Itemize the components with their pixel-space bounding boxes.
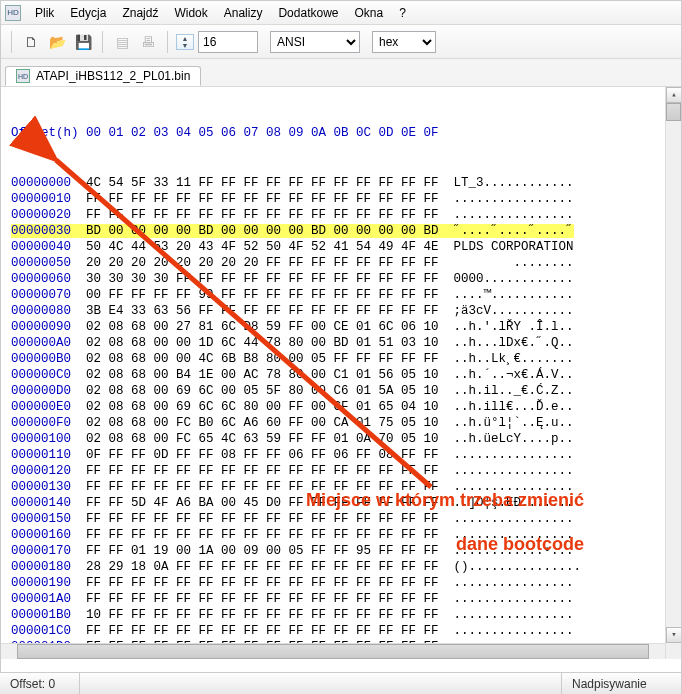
toolbar: 🗋 📂 💾 ▤ 🖶 ▲▼ ANSI hex	[1, 25, 681, 59]
menu-znajdź[interactable]: Znajdź	[114, 4, 166, 22]
hex-row[interactable]: 00000170 FF FF 01 19 00 1A 00 09 00 05 F…	[11, 543, 671, 559]
scrollbar-vertical[interactable]: ▴ ▾	[665, 87, 681, 659]
scroll-up-icon[interactable]: ▴	[666, 87, 681, 103]
scroll-thumb[interactable]	[17, 644, 649, 659]
hex-row[interactable]: 000000D0 02 08 68 00 69 6C 00 05 5F 80 0…	[11, 383, 671, 399]
hex-row[interactable]: 00000000 4C 54 5F 33 11 FF FF FF FF FF F…	[11, 175, 671, 191]
scroll-down-icon[interactable]: ▾	[666, 627, 681, 643]
hex-row[interactable]: 00000040 50 4C 44 53 20 43 4F 52 50 4F 5…	[11, 239, 671, 255]
menu-edycja[interactable]: Edycja	[62, 4, 114, 22]
tab-bar: HD ATAPI_iHBS112_2_PL01.bin	[1, 59, 681, 87]
format-select[interactable]: hex	[372, 31, 436, 53]
status-offset: Offset: 0	[0, 673, 80, 694]
new-icon[interactable]: 🗋	[20, 31, 42, 53]
print-icon[interactable]: 🖶	[137, 31, 159, 53]
hex-row[interactable]: 000000A0 02 08 68 00 00 1D 6C 44 78 80 0…	[11, 335, 671, 351]
hex-row[interactable]: 000000F0 02 08 68 00 FC B0 6C A6 60 FF 0…	[11, 415, 671, 431]
hex-row[interactable]: 00000190 FF FF FF FF FF FF FF FF FF FF F…	[11, 575, 671, 591]
scrollbar-horizontal[interactable]: ◂ ▸	[1, 643, 665, 659]
hex-row[interactable]: 000000E0 02 08 68 00 69 6C 6C 80 00 FF 0…	[11, 399, 671, 415]
menu-analizy[interactable]: Analizy	[216, 4, 271, 22]
file-tab[interactable]: HD ATAPI_iHBS112_2_PL01.bin	[5, 66, 201, 86]
columns-input[interactable]	[198, 31, 258, 53]
hex-row[interactable]: 00000020 FF FF FF FF FF FF FF FF FF FF F…	[11, 207, 671, 223]
hex-row[interactable]: 00000050 20 20 20 20 20 20 20 20 FF FF F…	[11, 255, 671, 271]
save-icon[interactable]: 💾	[72, 31, 94, 53]
column-stepper[interactable]: ▲▼	[176, 34, 194, 50]
divider	[11, 31, 12, 53]
divider	[102, 31, 103, 53]
hex-row[interactable]: 00000140 FF FF 5D 4F A6 BA 00 45 D0 FF F…	[11, 495, 671, 511]
encoding-select[interactable]: ANSI	[270, 31, 360, 53]
hex-row[interactable]: 000000C0 02 08 68 00 B4 1E 00 AC 78 80 0…	[11, 367, 671, 383]
scroll-thumb[interactable]	[666, 103, 681, 121]
hex-row[interactable]: 000001B0 10 FF FF FF FF FF FF FF FF FF F…	[11, 607, 671, 623]
status-spacer	[80, 673, 562, 694]
status-mode: Nadpisywanie	[562, 673, 682, 694]
open-icon[interactable]: 📂	[46, 31, 68, 53]
hex-row[interactable]: 00000100 02 08 68 00 FC 65 4C 63 59 FF F…	[11, 431, 671, 447]
status-bar: Offset: 0 Nadpisywanie	[0, 672, 682, 694]
hex-row[interactable]: 00000110 0F FF FF 0D FF FF 08 FF FF 06 F…	[11, 447, 671, 463]
hex-row[interactable]: 00000070 00 FF FF FF FF 99 FF FF FF FF F…	[11, 287, 671, 303]
menu-widok[interactable]: Widok	[166, 4, 215, 22]
menu-?[interactable]: ?	[391, 4, 414, 22]
menu-okna[interactable]: Okna	[346, 4, 391, 22]
hex-row[interactable]: 00000160 FF FF FF FF FF FF FF FF FF FF F…	[11, 527, 671, 543]
hex-row[interactable]: 000001C0 FF FF FF FF FF FF FF FF FF FF F…	[11, 623, 671, 639]
file-icon: HD	[16, 69, 30, 83]
tab-label: ATAPI_iHBS112_2_PL01.bin	[36, 69, 190, 83]
menubar: HD PlikEdycjaZnajdźWidokAnalizyDodatkowe…	[1, 1, 681, 25]
hex-row[interactable]: 00000060 30 30 30 30 FF FF FF FF FF FF F…	[11, 271, 671, 287]
menu-plik[interactable]: Plik	[27, 4, 62, 22]
hex-editor[interactable]: Offset(h) 00 01 02 03 04 05 06 07 08 09 …	[1, 87, 681, 659]
hex-header: Offset(h) 00 01 02 03 04 05 06 07 08 09 …	[11, 125, 671, 141]
hex-row[interactable]: 00000030 BD 00 00 00 00 BD 00 00 00 00 B…	[11, 223, 671, 239]
hex-row[interactable]: 000001A0 FF FF FF FF FF FF FF FF FF FF F…	[11, 591, 671, 607]
chip-icon[interactable]: ▤	[111, 31, 133, 53]
hex-row[interactable]: 00000120 FF FF FF FF FF FF FF FF FF FF F…	[11, 463, 671, 479]
menu-dodatkowe[interactable]: Dodatkowe	[270, 4, 346, 22]
app-icon: HD	[5, 5, 21, 21]
divider	[167, 31, 168, 53]
hex-row[interactable]: 000000B0 02 08 68 00 00 4C 6B B8 80 00 0…	[11, 351, 671, 367]
hex-row[interactable]: 00000080 3B E4 33 63 56 FF FF FF FF FF F…	[11, 303, 671, 319]
hex-row[interactable]: 00000130 FF FF FF FF FF FF FF FF FF FF F…	[11, 479, 671, 495]
hex-row[interactable]: 00000180 28 29 18 0A FF FF FF FF FF FF F…	[11, 559, 671, 575]
hex-row[interactable]: 00000150 FF FF FF FF FF FF FF FF FF FF F…	[11, 511, 671, 527]
hex-row[interactable]: 00000010 FF FF FF FF FF FF FF FF FF FF F…	[11, 191, 671, 207]
hex-row[interactable]: 00000090 02 08 68 00 27 81 6C D8 59 FF 0…	[11, 319, 671, 335]
